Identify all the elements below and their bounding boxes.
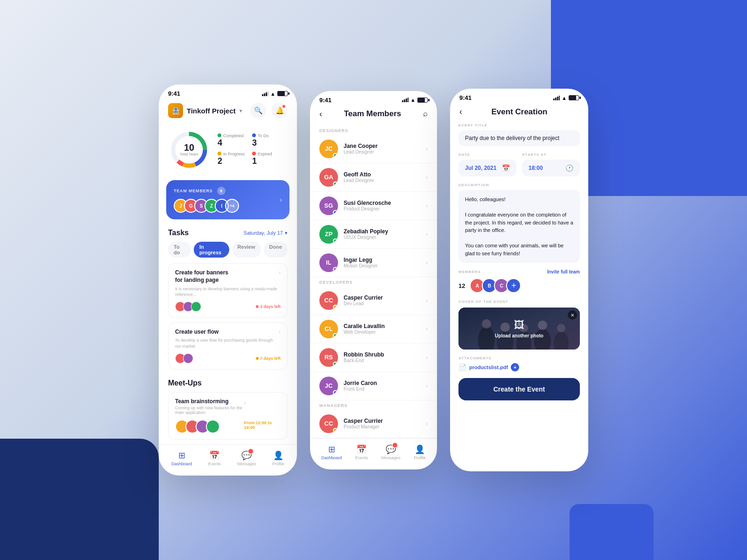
member-zebadiah-name: Zebadiah Popley (344, 228, 388, 235)
starts-at-input[interactable]: 18:00 🕐 (522, 160, 580, 176)
task-card-2-header: Create user flow To develop a user flow … (175, 329, 281, 350)
back-button-2[interactable]: ‹ (319, 109, 322, 119)
team-members-card[interactable]: TEAM MEMBERS 9 J G S Z I +4 › (166, 180, 289, 219)
nav2-dashboard[interactable]: ⊞ Dashboard (321, 444, 342, 460)
filter-review[interactable]: Review (232, 242, 261, 258)
event-title-label: EVENT TITLE (458, 123, 580, 127)
member-zebadiah-dot (333, 238, 338, 243)
member-ingar-info: IL Ingar Legg Motion Designer (319, 253, 378, 272)
nav2-messages[interactable]: 💬 Messages (381, 444, 401, 460)
screen-title-2: Team Members (344, 109, 402, 119)
team-more-badge: +4 (225, 199, 239, 213)
nav-dashboard[interactable]: ⊞ Dashboard (171, 450, 192, 466)
nav-messages-label: Messages (237, 462, 256, 466)
cover-label: COVER OF THE EVENT (458, 300, 580, 304)
member-jorrie-name: Jorrie Caron (344, 380, 377, 386)
nav-messages[interactable]: 💬 Messages (237, 450, 256, 466)
status-icons-1: ▲ (262, 91, 288, 97)
member-jorrie-info: JC Jorrie Caron Front-End (319, 377, 377, 395)
task-1-avatar-3 (191, 301, 201, 312)
member-geoff-info: GA Geoff Atto Lead Designer (319, 168, 374, 187)
attachment-file-row: 📄 productslist.pdf + (458, 363, 580, 371)
filter-todo[interactable]: To do (168, 242, 191, 258)
status-bar-3: 9:41 ▲ (450, 89, 588, 103)
add-member-button[interactable]: + (506, 278, 521, 293)
member-jorrie[interactable]: JC Jorrie Caron Front-End › (310, 372, 437, 400)
member-caralie-role: Web Developer (344, 329, 385, 335)
members-list: DESIGNERS JC Jane Cooper Lead Designer › (310, 126, 437, 438)
invite-link[interactable]: Invite full team (547, 269, 580, 274)
create-event-button[interactable]: Create the Event (458, 378, 580, 400)
event-form: EVENT TITLE Party due to the delivery of… (450, 123, 588, 378)
task-1-name: Create four bannersfor landing page (175, 269, 259, 284)
tasks-section: Tasks Saturday, July 17 ▾ To do In progr… (159, 224, 297, 374)
member-jane-name: Jane Cooper (344, 143, 378, 149)
member-geoff-role: Lead Designer (344, 178, 374, 183)
search-button[interactable]: 🔍 (250, 103, 266, 119)
nav2-events[interactable]: 📅 Events (355, 444, 368, 460)
svg-rect-13 (553, 98, 555, 100)
member-casper-mgr-dot (333, 428, 338, 433)
back-button-3[interactable]: ‹ (459, 107, 462, 117)
member-caralie[interactable]: CL Caralie Lavallin Web Developer › (310, 315, 437, 343)
task-card-1: Create four bannersfor landing page It i… (168, 263, 288, 317)
filter-inprogress[interactable]: In progress (194, 242, 229, 258)
member-casper-mgr[interactable]: CC Casper Currier Product Manager › (310, 410, 437, 438)
member-jane-cooper[interactable]: JC Jane Cooper Lead Designer › (310, 135, 437, 163)
add-attachment-button[interactable]: + (511, 363, 519, 371)
messages-icon: 💬 (241, 450, 252, 461)
task-1-footer: 3 days left (175, 301, 281, 312)
task-card-2: Create user flow To develop a user flow … (168, 322, 288, 370)
section-managers: MANAGERS (310, 400, 437, 410)
close-cover-button[interactable]: ✕ (568, 310, 577, 320)
events-icon: 📅 (209, 450, 219, 461)
stat-inprogress-label: In Progress (218, 152, 245, 156)
nav2-messages-label: Messages (381, 455, 401, 460)
stat-todo-label: To Do (252, 133, 279, 138)
inprogress-dot (218, 152, 221, 155)
member-ingar-chevron: › (426, 259, 428, 266)
section-designers: DESIGNERS (310, 126, 437, 135)
task-1-avatars (175, 301, 201, 312)
member-geoff[interactable]: GA Geoff Atto Lead Designer › (310, 163, 437, 192)
status-icons-2: ▲ (402, 97, 428, 103)
member-zebadiah-chevron: › (426, 231, 428, 238)
search-button-2[interactable]: ⌕ (423, 109, 428, 119)
member-casper-chevron: › (426, 297, 428, 304)
nav-profile[interactable]: 👤 Profile (272, 450, 284, 466)
member-casper[interactable]: CC Casper Currier Dev Lead › (310, 287, 437, 315)
member-casper-info: CC Casper Currier Dev Lead (319, 291, 383, 310)
member-jorrie-avatar: JC (319, 377, 338, 395)
member-casper-text: Casper Currier Dev Lead (344, 294, 383, 306)
tasks-title: Tasks (168, 229, 189, 237)
nav2-profile[interactable]: 👤 Profile (414, 444, 426, 460)
member-ingar-avatar: IL (319, 253, 338, 272)
member-robbin-dot (333, 362, 338, 366)
date-label: DATE (458, 153, 516, 157)
date-input[interactable]: Jul 20, 2021 📅 (458, 160, 516, 176)
status-bar-2: 9:41 ▲ (310, 91, 437, 105)
description-field[interactable]: Hello, colleagues! I congratulate everyo… (458, 190, 580, 263)
member-zebadiah[interactable]: ZP Zebadiah Popley UI/UX Designer › (310, 220, 437, 249)
meetups-title: Meet-Ups (168, 379, 288, 387)
stats-grid: Completed 4 To Do 3 In Progress (218, 133, 279, 166)
notification-button[interactable]: 🔔 (272, 103, 288, 119)
member-zebadiah-text: Zebadiah Popley UI/UX Designer (344, 228, 388, 240)
members-count: 12 (458, 282, 465, 289)
nav2-dashboard-icon: ⊞ (328, 444, 335, 455)
member-casper-mgr-info: CC Casper Currier Product Manager (319, 414, 383, 433)
member-susi[interactable]: SG Susi Glencrosche Product Designer › (310, 192, 437, 220)
svg-rect-0 (262, 94, 263, 96)
event-title-input[interactable]: Party due to the delivery of the project (458, 130, 580, 146)
member-robbin-chevron: › (426, 354, 428, 361)
member-robbin[interactable]: RS Robbin Shrubb Back-End › (310, 343, 437, 372)
logo-icon: 🏦 (168, 103, 183, 118)
nav-events[interactable]: 📅 Events (208, 450, 221, 466)
team-card-label: TEAM MEMBERS 9 (174, 187, 239, 195)
member-ingar[interactable]: IL Ingar Legg Motion Designer › (310, 249, 437, 277)
filter-done[interactable]: Done (264, 242, 288, 258)
member-robbin-text: Robbin Shrubb Back-End (344, 351, 384, 363)
member-robbin-avatar: RS (319, 348, 338, 367)
member-susi-info: SG Susi Glencrosche Product Designer (319, 196, 391, 215)
upload-photo-icon: 🖼 (514, 319, 524, 331)
